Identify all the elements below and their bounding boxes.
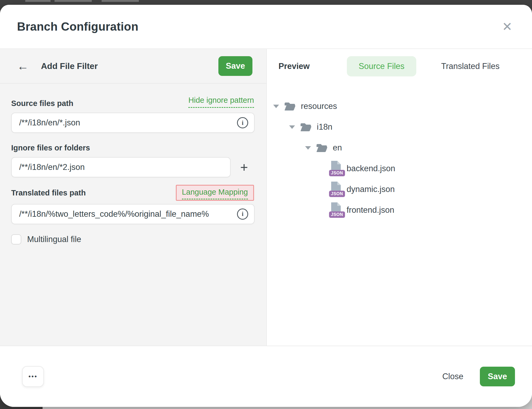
filter-sub-header: ← Add File Filter Save (0, 49, 266, 84)
json-badge: JSON (329, 211, 345, 218)
tab-translated-files[interactable]: Translated Files (430, 56, 511, 76)
tab-source-files[interactable]: Source Files (347, 56, 416, 76)
back-arrow-icon[interactable]: ← (17, 60, 30, 72)
ignore-pattern-input[interactable] (12, 162, 230, 172)
caret-down-icon[interactable] (305, 146, 311, 150)
translated-path-input[interactable] (12, 209, 234, 219)
source-path-label: Source files path (11, 99, 73, 108)
preview-tabs: Source FilesTranslated Files (347, 56, 511, 76)
preview-panel: Preview Source FilesTranslated Files res… (267, 49, 532, 346)
info-icon[interactable]: i (237, 117, 248, 128)
file-filter-panel: ← Add File Filter Save Source files path… (0, 49, 267, 346)
background-page-fragment (102, 0, 139, 2)
source-path-label-row: Source files path Hide ignore pattern (11, 96, 254, 108)
ignore-label-row: Ignore files or folders (11, 144, 254, 152)
modal-header: Branch Configuration ✕ (0, 5, 532, 49)
language-mapping-link[interactable]: Language Mapping (182, 188, 248, 199)
source-path-input-wrap: i (11, 113, 255, 133)
filter-heading: Add File Filter (41, 61, 98, 71)
ignore-input-wrap (11, 157, 231, 177)
multilingual-checkbox[interactable] (11, 234, 21, 244)
modal-body: ← Add File Filter Save Source files path… (0, 49, 532, 346)
ignore-input-row: + (11, 157, 254, 177)
json-file-icon: JSON (329, 182, 342, 197)
tree-item-label: dynamic.json (347, 185, 395, 194)
translated-path-input-wrap: i (11, 204, 255, 224)
preview-title: Preview (279, 62, 310, 71)
folder-icon (300, 122, 312, 132)
tree-item-label: i18n (317, 122, 332, 132)
preview-header: Preview Source FilesTranslated Files (267, 49, 532, 84)
caret-down-icon[interactable] (273, 105, 279, 108)
json-file-icon: JSON (329, 202, 342, 218)
tree-item-label: frontend.json (347, 205, 394, 215)
filter-form: Source files path Hide ignore pattern i … (0, 84, 266, 244)
language-mapping-highlight: Language Mapping (176, 185, 254, 201)
add-ignore-pattern-icon[interactable]: + (240, 161, 248, 174)
background-page-fragment (55, 0, 92, 2)
modal-footer: ••• Close Save (0, 346, 532, 407)
json-file-icon: JSON (329, 161, 342, 176)
translated-path-label: Translated files path (11, 189, 86, 197)
source-path-input[interactable] (12, 118, 234, 128)
tree-item-frontend.json[interactable]: JSONfrontend.json (267, 200, 532, 220)
filter-save-button[interactable]: Save (218, 56, 252, 76)
background-page-fragment (25, 0, 51, 2)
caret-down-icon[interactable] (289, 125, 295, 129)
file-tree: resourcesi18nenJSONbackend.jsonJSONdynam… (267, 96, 532, 220)
folder-icon (316, 143, 328, 153)
json-badge: JSON (329, 170, 345, 176)
tree-item-backend.json[interactable]: JSONbackend.json (267, 158, 532, 179)
branch-configuration-modal: Branch Configuration ✕ ← Add File Filter… (0, 5, 532, 407)
modal-title: Branch Configuration (17, 20, 138, 33)
tree-item-label: backend.json (347, 164, 395, 173)
ignore-files-label: Ignore files or folders (11, 144, 90, 152)
close-icon[interactable]: ✕ (502, 21, 512, 33)
more-options-button[interactable]: ••• (22, 366, 44, 387)
multilingual-label: Multilingual file (27, 235, 81, 244)
info-icon[interactable]: i (237, 208, 248, 220)
footer-save-button[interactable]: Save (480, 367, 515, 386)
tree-item-label: en (333, 143, 342, 153)
multilingual-row: Multilingual file (11, 234, 254, 244)
json-badge: JSON (329, 191, 345, 197)
hide-ignore-pattern-link[interactable]: Hide ignore pattern (188, 96, 254, 108)
translated-path-label-row: Translated files path Language Mapping (11, 185, 254, 201)
tree-item-en[interactable]: en (267, 137, 532, 158)
tree-item-resources[interactable]: resources (267, 96, 532, 117)
tree-item-dynamic.json[interactable]: JSONdynamic.json (267, 179, 532, 200)
ellipsis-icon: ••• (28, 373, 38, 380)
tree-item-i18n[interactable]: i18n (267, 117, 532, 137)
tree-item-label: resources (301, 101, 337, 111)
footer-close-button[interactable]: Close (441, 371, 465, 382)
folder-icon (284, 101, 296, 111)
